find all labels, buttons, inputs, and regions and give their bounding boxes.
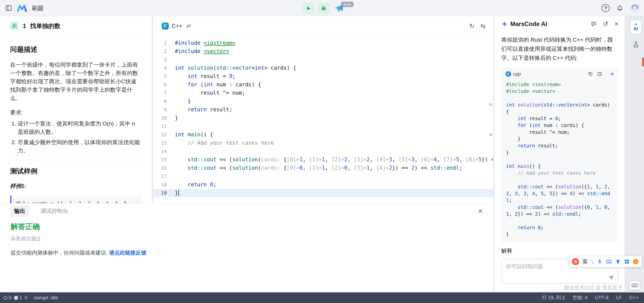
run-button[interactable] [303,3,314,14]
code-line[interactable]: 7 result ^= num; [153,89,493,97]
problems-info-indicator[interactable]: 0 [25,295,27,300]
editor-language-tab[interactable]: C++ [172,23,182,29]
code-line[interactable]: 10} [153,114,493,122]
ai-code-line [506,156,613,163]
explain-label: 解释 [501,247,618,255]
ime-language-toggle[interactable]: 英 [582,258,588,265]
ai-feedback-icon[interactable] [591,21,597,27]
ai-history-icon[interactable]: ↺ [603,20,608,28]
divider [606,71,606,77]
problems-errors-indicator[interactable]: 0 [4,295,11,300]
ai-panel-title: MarsCode AI [510,20,547,28]
encoding-setting[interactable]: UTF-8 [595,295,609,300]
code-line[interactable]: 9 return result; [153,106,493,114]
code-line[interactable]: 15 std::cout << (solution(cards: {[0]=1,… [153,156,493,164]
cpp-language-icon: C [506,71,511,77]
ime-toolbar: S 英 ’, [569,256,641,267]
ime-grid-icon[interactable] [624,259,630,264]
ai-code-line: // Add your test cases here [506,170,613,176]
code-line[interactable]: 6 for (int num : cards) { [153,81,493,89]
ime-mic-icon[interactable] [597,259,603,264]
problem-title: 找单独的数 [30,22,60,30]
code-line[interactable]: 11 [153,122,493,131]
code-line[interactable]: 5 int result = 0; [153,72,493,81]
samples-heading: 测试样例 [10,167,142,176]
ai-code-line: int solution(std::vector<int> cards) { [506,102,613,115]
ai-code-line [506,95,613,102]
sample-code-block: 输入: cards = [1, 1, 2, 2, 3, 3, 4, 5, 5] … [10,195,142,203]
help-icon[interactable]: ? [602,4,610,12]
code-line[interactable]: 2#include <vector> [153,47,493,56]
ai-code-line [506,217,613,224]
copy-code-icon[interactable] [588,71,593,77]
ime-keyboard-button[interactable] [629,281,640,290]
error-circle-icon [4,296,7,300]
ai-magic-icon[interactable] [610,71,615,77]
user-avatar[interactable] [630,3,640,13]
indentation-setting[interactable]: 空格: 4 [573,294,587,301]
divider [10,160,142,160]
eol-setting[interactable]: LF [616,295,622,300]
code-line[interactable]: 19} [153,189,493,197]
code-line[interactable]: 14 [153,147,493,156]
code-line[interactable]: 13 // Add your test cases here [153,139,493,147]
result-title: 解答正确 [11,222,483,232]
feedback-link[interactable]: 请点此链接反馈 [109,250,146,256]
code-line[interactable]: 18 return 0; [153,181,493,189]
ai-code-line: result ^= num; [506,129,613,136]
marscode-logo-icon [17,4,27,12]
app-label: 刷题 [32,4,43,12]
right-toolbar: AI [628,16,644,292]
problem-panel: 易 1 找单独的数 问题描述 在一个班级中，每位同学都拿到了一张卡片，上面有一个… [0,16,152,203]
ai-code-line: } [506,136,613,142]
ai-code-line: #include <vector> [506,88,613,95]
code-line[interactable]: 4int solution(std::vector<int> cards) { [153,64,493,72]
tab-debug-console[interactable]: 调试控制台 [40,207,68,215]
ime-emoji-icon[interactable] [633,259,638,264]
description-heading: 问题描述 [10,45,142,54]
ai-assistant-button[interactable]: AI [630,20,642,34]
lab-flask-icon[interactable] [632,41,640,48]
console-close-icon[interactable]: × [478,207,483,215]
reset-code-icon[interactable]: ↻ [469,22,474,30]
ai-sparkle-icon [501,21,508,27]
requirements-list: 设计一个算法，使其时间复杂度为 O(n)，其中 n 是班级的人数。 尽量减少额外… [18,119,142,155]
overview-ruler-mark [489,134,492,136]
cpp-language-icon: C [162,22,169,30]
sogou-logo-icon[interactable]: S [572,258,579,265]
overview-ruler-mark [489,103,492,106]
code-line[interactable]: 8 } [153,97,493,106]
cursor-position[interactable]: 行 19, 列 2 [542,294,565,301]
ai-code-card: C cpp #include <iostream>#include <vecto… [501,68,618,242]
code-line[interactable]: 12int main() { [153,131,493,139]
ai-close-icon[interactable]: × [614,20,618,28]
ime-skin-icon[interactable] [615,259,621,264]
code-line[interactable]: 3 [153,56,493,64]
code-line[interactable]: 17 [153,172,493,181]
code-block-language: cpp [513,71,521,77]
send-icon[interactable] [607,274,614,281]
sample-input: 输入: cards = [1, 1, 2, 2, 3, 3, 4, 5, 5] [16,199,137,203]
code-line[interactable]: 1#include <iostream> [153,39,493,47]
ai-code-body: #include <iostream>#include <vector> int… [502,80,618,242]
ime-punctuation-toggle[interactable]: ’, [591,259,594,264]
insert-code-icon[interactable] [597,71,602,77]
ai-code-line [506,176,613,183]
compare-code-icon[interactable]: ⇆ [481,22,486,30]
ai-code-line: for (int num : cards) { [506,122,613,129]
problems-warnings-indicator[interactable]: 1 [14,295,22,300]
sidebar-toggle-icon[interactable] [5,5,12,12]
sample-label: 样例1: [10,182,142,190]
tab-output[interactable]: 输出 [10,205,29,217]
requirements-label: 要求: [10,109,142,116]
language-switch-icon[interactable]: ⇄ [186,23,191,29]
lsp-status[interactable]: clangd: idle [34,295,58,300]
language-mode[interactable]: C++ [629,295,638,300]
debug-button[interactable] [318,3,329,14]
result-subtitle: 恭喜成功通过 [11,235,483,242]
notifications-bell-icon[interactable] [616,5,623,12]
ime-keyboard-icon[interactable] [606,259,612,265]
requirement-item: 设计一个算法，使其时间复杂度为 O(n)，其中 n 是班级的人数。 [18,119,142,136]
code-line[interactable]: 16 std::cout << (solution(cards: {[0]=0,… [153,164,493,172]
editor-panel: C C++ ⇄ ↻ ⇆ 1#include <iostream>2#includ… [153,16,493,203]
